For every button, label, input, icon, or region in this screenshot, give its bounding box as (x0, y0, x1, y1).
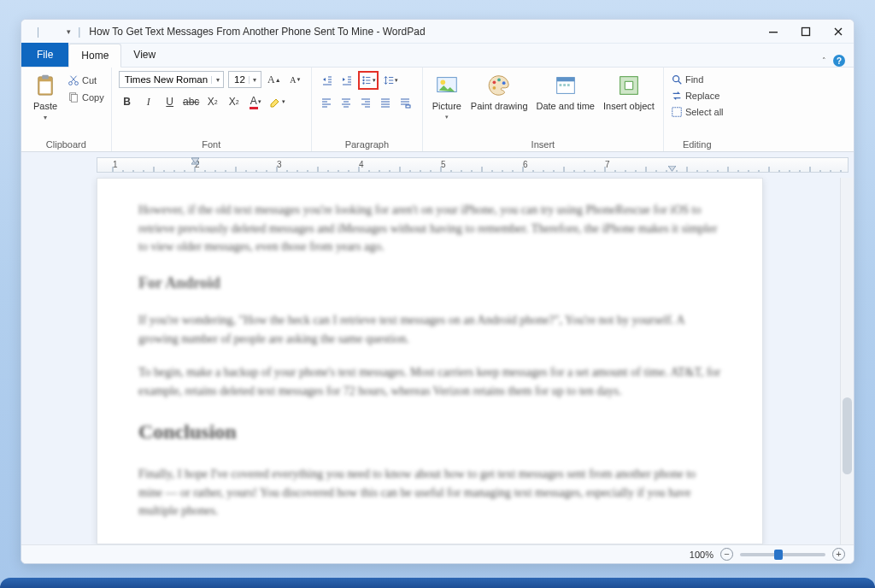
group-clipboard: Paste ▾ Cut Copy Clipboard (21, 68, 112, 151)
maximize-button[interactable] (799, 25, 813, 38)
chevron-down-icon: ▾ (211, 76, 223, 84)
font-family-combo[interactable]: Times New Roman▾ (119, 71, 224, 88)
calendar-icon (553, 73, 578, 98)
zoom-slider-handle[interactable] (774, 550, 783, 560)
svg-point-17 (362, 79, 364, 81)
indent-marker[interactable] (191, 157, 199, 165)
document-page[interactable]: However, if the old text messages you're… (97, 178, 763, 544)
decrease-indent-button[interactable] (319, 73, 334, 88)
paint-drawing-button[interactable]: Paint drawing (469, 71, 530, 113)
minimize-button[interactable] (766, 25, 780, 38)
vertical-scrollbar[interactable] (840, 178, 854, 544)
ruler-number: 4 (359, 160, 364, 169)
ruler-number: 3 (277, 160, 282, 169)
replace-button[interactable]: Replace (671, 89, 719, 103)
zoom-out-button[interactable]: − (720, 548, 733, 561)
justify-button[interactable] (378, 95, 393, 110)
select-all-button[interactable]: Select all (671, 105, 724, 119)
svg-point-13 (75, 82, 79, 85)
help-icon[interactable]: ? (833, 55, 845, 67)
bullets-button[interactable]: ▾ (361, 73, 376, 88)
shrink-font-button[interactable]: A▼ (287, 71, 304, 88)
tab-home[interactable]: Home (68, 44, 121, 68)
italic-button[interactable]: I (140, 93, 157, 110)
svg-point-12 (69, 82, 73, 85)
highlight-button[interactable]: ▾ (268, 93, 285, 110)
close-button[interactable] (831, 25, 845, 38)
ribbon-tabs: File Home View ˄ ? (21, 44, 854, 68)
svg-rect-27 (556, 78, 574, 82)
replace-icon (671, 90, 683, 102)
find-button[interactable]: Find (671, 73, 703, 86)
group-label-font: Font (119, 137, 304, 151)
group-label-editing: Editing (671, 137, 724, 151)
blurred-paragraph: If you're wondering, "How the heck can I… (138, 311, 721, 348)
collapse-ribbon-icon[interactable]: ˄ (822, 56, 826, 65)
zoom-in-button[interactable]: + (832, 548, 845, 561)
paragraph-dialog-button[interactable] (397, 95, 413, 110)
picture-icon (434, 73, 460, 98)
right-indent-marker[interactable] (668, 166, 676, 173)
quick-access-toolbar: | ▾ | (30, 26, 80, 38)
svg-rect-19 (406, 105, 410, 108)
svg-point-32 (673, 76, 679, 82)
svg-point-22 (493, 80, 496, 84)
underline-button[interactable]: U (161, 93, 179, 110)
bullets-highlighted: ▾ (358, 71, 379, 90)
copy-button[interactable]: Copy (68, 91, 104, 104)
group-label-paragraph: Paragraph (319, 137, 415, 151)
qat-divider: | (37, 26, 39, 38)
svg-point-25 (493, 86, 496, 90)
svg-rect-10 (42, 75, 49, 79)
align-left-button[interactable] (319, 95, 334, 110)
svg-rect-11 (39, 81, 50, 93)
horizontal-ruler[interactable]: 1234567 (97, 157, 849, 173)
tab-file[interactable]: File (21, 43, 68, 67)
increase-indent-button[interactable] (338, 73, 354, 88)
blurred-paragraph: To begin, make a backup of your phone's … (138, 363, 721, 400)
insert-object-button[interactable]: Insert object (602, 71, 656, 113)
bold-button[interactable]: B (119, 93, 136, 110)
wordpad-window: | ▾ | How To Get Text Messages From Anot… (21, 19, 854, 564)
status-bar: 100% − + (21, 544, 854, 563)
copy-icon (68, 91, 79, 103)
group-editing: Find Replace Select all Editing (664, 68, 731, 151)
group-insert: Picture▾ Paint drawing Date and time Ins… (423, 68, 664, 151)
line-spacing-button[interactable]: ▾ (383, 73, 398, 88)
svg-point-18 (362, 82, 364, 84)
align-center-button[interactable] (338, 95, 354, 110)
svg-rect-28 (559, 84, 561, 86)
grow-font-button[interactable]: A▲ (266, 71, 283, 88)
superscript-button[interactable]: X2 (226, 93, 243, 110)
align-right-button[interactable] (358, 95, 373, 110)
title-bar: | ▾ | How To Get Text Messages From Anot… (21, 20, 854, 44)
find-icon (671, 74, 683, 85)
svg-rect-8 (802, 27, 810, 35)
blurred-heading: Conclusion (138, 416, 721, 448)
strikethrough-button[interactable]: abc (183, 93, 200, 110)
palette-icon (486, 73, 512, 98)
blurred-heading: For Android (138, 272, 721, 296)
svg-rect-33 (672, 108, 682, 117)
paste-button[interactable]: Paste ▾ (28, 71, 62, 123)
font-size-combo[interactable]: 12▾ (228, 71, 261, 88)
svg-point-23 (497, 79, 501, 82)
qat-customize-icon[interactable]: ▾ (67, 27, 71, 36)
cut-button[interactable]: Cut (68, 74, 104, 87)
clipboard-icon (32, 73, 58, 98)
tab-view[interactable]: View (121, 43, 167, 67)
ruler-number: 5 (441, 160, 446, 169)
scrollbar-thumb[interactable] (843, 397, 852, 474)
ruler-ticks (97, 158, 848, 172)
document-area: 1234567 However, if the old text message… (21, 152, 854, 544)
svg-rect-15 (71, 95, 77, 103)
windows-taskbar (0, 578, 875, 588)
zoom-slider[interactable] (740, 553, 825, 556)
subscript-button[interactable]: X2 (204, 93, 221, 110)
chevron-down-icon: ▾ (44, 114, 47, 121)
picture-button[interactable]: Picture▾ (430, 71, 464, 122)
font-color-button[interactable]: A▾ (247, 93, 264, 110)
date-time-button[interactable]: Date and time (535, 71, 596, 113)
ruler-number: 1 (113, 160, 118, 169)
group-label-insert: Insert (430, 137, 656, 151)
